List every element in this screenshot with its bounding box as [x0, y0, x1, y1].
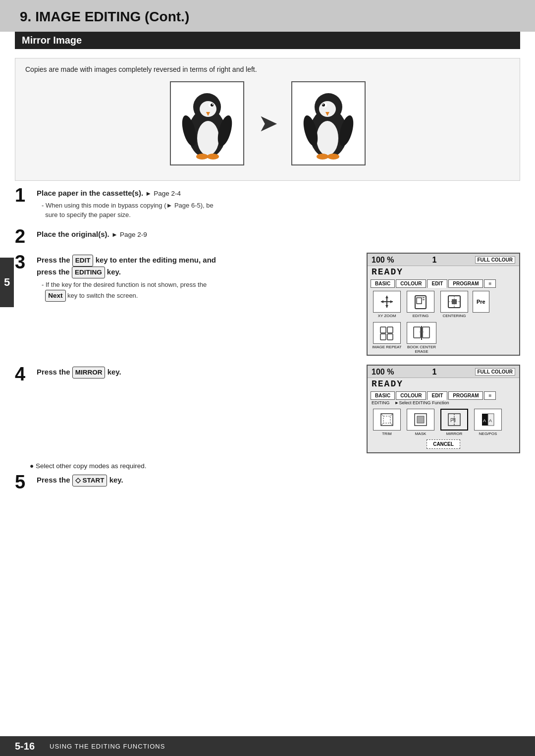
trim-icon[interactable]: [373, 409, 401, 431]
image-repeat-icon[interactable]: [373, 322, 401, 344]
svg-rect-40: [380, 334, 386, 340]
image-repeat-icon-item: IMAGE REPEAT: [372, 322, 402, 354]
step-1-number: 1: [15, 186, 37, 205]
page-header: 9. IMAGE EDITING (Cont.): [0, 0, 535, 32]
svg-point-10: [196, 154, 208, 160]
penguin-original: [170, 81, 244, 165]
mirror-icon[interactable]: PP: [440, 409, 468, 431]
step-1-note: - When using this mode in bypass copying…: [42, 201, 520, 220]
panel-1-icons-row2: IMAGE REPEAT BOOK CENTER ERASE: [368, 319, 519, 355]
mask-icon-item: MASK: [405, 409, 436, 436]
panel-2-edit-info: EDITING ►Select EDITING Function: [368, 400, 519, 406]
step-4-with-panel: 4 Press the MIRROR key. 100 % 1 FULL COL…: [15, 365, 520, 453]
svg-text:A: A: [489, 418, 492, 423]
tab2-program[interactable]: PROGRAM: [448, 391, 483, 400]
xy-zoom-label: XY ZOOM: [378, 314, 396, 318]
step-3-main: Press the EDIT key to enter the editing …: [37, 255, 357, 279]
cancel-button[interactable]: CANCEL: [427, 439, 460, 449]
step-3-content: Press the EDIT key to enter the editing …: [37, 253, 357, 302]
svg-text:A: A: [483, 418, 486, 423]
editing-icon[interactable]: [407, 291, 434, 313]
svg-point-1: [197, 121, 219, 156]
svg-marker-28: [385, 305, 388, 308]
mirror-label: MIRROR: [446, 432, 462, 436]
step-4-panel: 100 % 1 FULL COLOUR READY BASIC COLOUR E…: [367, 365, 520, 453]
panel-2-icons-row: TRIM MASK PP MIRROR: [368, 406, 519, 437]
svg-point-23: [317, 154, 328, 160]
tab2-basic[interactable]: BASIC: [371, 391, 395, 400]
step-4-content: Press the MIRROR key.: [37, 365, 357, 378]
image-repeat-label: IMAGE REPEAT: [372, 345, 401, 349]
trim-icon-item: TRIM: [372, 409, 402, 436]
panel-2-tabs: BASIC COLOUR EDIT PROGRAM ≡: [368, 390, 519, 400]
step-3-number: 3: [15, 253, 37, 271]
step-5-number: 5: [15, 473, 37, 491]
step-5-content: Press the ◇ START key.: [37, 473, 520, 486]
step-3-with-panel: 3 Press the EDIT key to enter the editin…: [15, 253, 520, 356]
page-footer: 5-16 USING THE EDITING FUNCTIONS: [0, 736, 535, 756]
tab-basic[interactable]: BASIC: [371, 279, 395, 288]
neg-pos-icon[interactable]: AA: [474, 409, 502, 431]
tab-edit[interactable]: EDIT: [427, 279, 447, 288]
svg-rect-37: [452, 299, 457, 304]
penguin-svg-original: [177, 86, 237, 161]
book-center-erase-icon-item: BOOK CENTER ERASE: [405, 322, 438, 354]
step-2-main: Place the original(s). ► Page 2-9: [37, 229, 520, 240]
neg-pos-label: NEG/POS: [479, 432, 497, 436]
svg-rect-38: [380, 327, 386, 333]
page: 9. IMAGE EDITING (Cont.) Mirror Image Co…: [0, 0, 535, 756]
tab2-edit[interactable]: EDIT: [427, 391, 447, 400]
panel-2-percent: 100 %: [372, 368, 394, 377]
penguin-mirrored: [291, 81, 366, 165]
centering-label: CENTERING: [442, 314, 466, 318]
select-label-panel2: ►Select EDITING Function: [395, 400, 449, 405]
step-2-content: Place the original(s). ► Page 2-9: [37, 227, 520, 240]
panel-1-header: 100 % 1 FULL COLOUR: [368, 254, 519, 266]
panel-1-tabs: BASIC COLOUR EDIT PROGRAM ≡: [368, 278, 519, 288]
step-5-main: Press the ◇ START key.: [37, 475, 520, 486]
svg-point-11: [207, 154, 219, 160]
editing-key-badge: EDITING: [72, 267, 105, 278]
svg-marker-25: [390, 300, 393, 303]
panel-2-colour: FULL COLOUR: [475, 368, 515, 376]
step-2-number: 2: [15, 227, 37, 246]
arrow-icon: ➤: [259, 111, 276, 136]
step-4-main: Press the MIRROR key.: [37, 367, 357, 378]
step-3: 3 Press the EDIT key to enter the editin…: [15, 253, 357, 302]
footer-page-number: 5-16: [15, 741, 35, 752]
section-title: Mirror Image: [22, 35, 513, 46]
step-4-left: 4 Press the MIRROR key.: [15, 365, 357, 390]
svg-point-5: [211, 104, 214, 107]
editing-icon-item: EDITING: [405, 291, 436, 318]
tab2-more[interactable]: ≡: [484, 391, 496, 400]
step-1: 1 Place paper in the cassette(s). ► Page…: [15, 186, 520, 220]
svg-marker-26: [381, 300, 383, 303]
step-3-left: 3 Press the EDIT key to enter the editin…: [15, 253, 357, 309]
edit-key-badge: EDIT: [72, 255, 94, 267]
step-5: 5 Press the ◇ START key.: [15, 473, 520, 491]
panel-1-colour: FULL COLOUR: [475, 256, 515, 264]
book-center-erase-icon[interactable]: [407, 322, 436, 344]
panel-2-mockup: 100 % 1 FULL COLOUR READY BASIC COLOUR E…: [367, 365, 520, 453]
step-1-main: Place paper in the cassette(s). ► Page 2…: [37, 188, 520, 199]
mask-icon[interactable]: [407, 409, 434, 431]
tab-program[interactable]: PROGRAM: [448, 279, 483, 288]
svg-rect-43: [423, 327, 429, 338]
pre-button[interactable]: Pre: [473, 291, 489, 313]
xy-zoom-icon-item: XY ZOOM: [372, 291, 402, 318]
xy-zoom-icon[interactable]: [373, 291, 401, 313]
tab-colour[interactable]: COLOUR: [396, 279, 426, 288]
tab-more[interactable]: ≡: [484, 279, 496, 288]
step-2: 2 Place the original(s). ► Page 2-9: [15, 227, 520, 246]
centering-icon[interactable]: [440, 291, 468, 313]
panel-2-cancel-row: CANCEL: [368, 437, 519, 452]
tab2-colour[interactable]: COLOUR: [396, 391, 426, 400]
sidebar-chapter-label: 5: [0, 258, 14, 307]
step-4-number: 4: [15, 365, 37, 383]
svg-rect-41: [387, 334, 393, 340]
section-title-bar: Mirror Image: [15, 32, 520, 49]
panel-1-count: 1: [432, 256, 436, 265]
svg-rect-31: [417, 298, 422, 304]
book-center-erase-label: BOOK CENTER ERASE: [407, 345, 436, 354]
footer-text: USING THE EDITING FUNCTIONS: [50, 743, 165, 750]
